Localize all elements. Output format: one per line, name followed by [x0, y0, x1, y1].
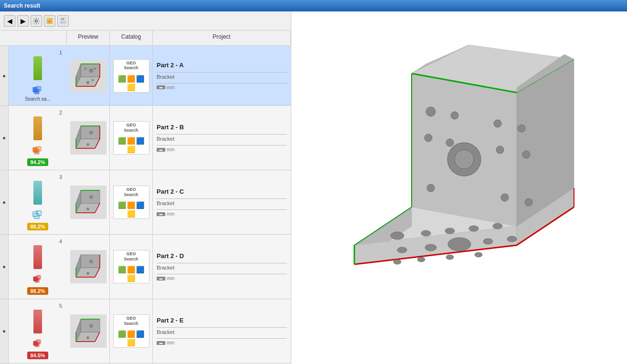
svg-point-69: [86, 336, 89, 339]
rank-icon: [32, 209, 43, 221]
expand-arrow: ●: [2, 328, 6, 334]
catalog-cell-2: GEOSearch 🟩 🟧 🟦 🟨: [110, 106, 153, 170]
catalog-cell-3: GEOSearch 🟩 🟧 🟦 🟨: [110, 170, 153, 234]
forward-button[interactable]: ▶: [17, 15, 29, 27]
header-catalog: Catalog: [110, 31, 153, 45]
settings-button[interactable]: [31, 15, 42, 27]
divider: [157, 274, 287, 274]
unit-text: mm: [167, 276, 175, 281]
row-expand-1[interactable]: ●: [0, 46, 9, 105]
unit-icon: ▬: [157, 85, 165, 89]
project-cell-2: Part 2 - B Bracket ▬ mm: [153, 106, 291, 170]
rank-top: 2: [11, 110, 64, 115]
svg-point-70: [89, 324, 93, 328]
unit-text: mm: [167, 211, 175, 217]
svg-rect-61: [35, 343, 39, 347]
preview-image-5: [70, 314, 106, 348]
rank-label: Search sa...: [25, 96, 50, 102]
table-row[interactable]: ● 5: [0, 299, 291, 364]
back-button[interactable]: ◀: [4, 15, 15, 27]
favorite-button[interactable]: ★: [44, 15, 55, 27]
rank-cell-4: 4 88.2%: [0, 235, 67, 299]
rank-cell-5: 5 84.5%: [0, 299, 67, 363]
svg-rect-4: [61, 18, 64, 20]
rank-bar: [33, 116, 42, 140]
rank-icon: [32, 85, 43, 96]
svg-point-18: [92, 79, 94, 81]
table-row[interactable]: ● 4: [0, 235, 291, 299]
table-row[interactable]: ● 1: [0, 46, 291, 106]
preview-cell-4: [67, 235, 110, 299]
divider: [157, 327, 287, 328]
unit-text: mm: [167, 147, 175, 152]
svg-point-0: [35, 20, 38, 22]
row-expand-3[interactable]: ●: [0, 170, 9, 234]
svg-point-102: [426, 107, 436, 116]
header-project: Project: [153, 31, 291, 45]
results-list: ● 1: [0, 46, 291, 364]
svg-point-20: [85, 68, 86, 70]
divider: [157, 72, 287, 73]
project-cell-5: Part 2 - E Bracket ▬ mm: [153, 299, 291, 363]
project-cell-4: Part 2 - D Bracket ▬ mm: [153, 235, 291, 299]
unit-text: mm: [167, 85, 175, 90]
project-subtitle-3: Bracket: [157, 200, 287, 206]
project-title-2: Part 2 - B: [157, 124, 287, 131]
rank-badge-5: 84.5%: [27, 352, 48, 359]
rank-content: 1 Search sa...: [11, 48, 65, 104]
project-title-5: Part 2 - E: [157, 317, 287, 324]
divider: [157, 134, 287, 135]
svg-point-33: [86, 143, 89, 146]
main-window: Search result ◀ ▶ ★: [0, 0, 627, 364]
preview-cell-1: [67, 46, 110, 105]
row-expand-5[interactable]: ●: [0, 299, 9, 363]
rank-top: 5: [11, 303, 64, 309]
svg-point-106: [425, 134, 432, 142]
rank-bar: [33, 56, 42, 80]
row-expand-4[interactable]: ●: [0, 235, 9, 299]
unit-icon: ▬: [157, 212, 165, 216]
catalog-cell-5: GEOSearch 🟩 🟧 🟦 🟨: [110, 299, 153, 363]
catalog-box-4: GEOSearch 🟩 🟧 🟦 🟨: [113, 250, 149, 283]
table-row[interactable]: ● 3: [0, 170, 291, 235]
svg-point-107: [446, 139, 454, 146]
save-button[interactable]: [57, 15, 69, 27]
svg-rect-37: [34, 214, 39, 218]
preview-cell-3: [67, 170, 110, 234]
expand-arrow: ●: [2, 199, 6, 206]
svg-point-45: [86, 208, 89, 210]
rank-badge-3: 89.2%: [27, 223, 48, 230]
project-unit-1: ▬ mm: [157, 85, 287, 90]
preview-image-3: [70, 186, 106, 219]
table-row[interactable]: ● 2: [0, 106, 291, 170]
rank-cell-1: 1 Search sa...: [0, 46, 67, 105]
unit-icon: ▬: [157, 148, 165, 152]
svg-point-90: [493, 223, 502, 229]
project-unit-5: ▬ mm: [157, 340, 287, 345]
row-expand-2[interactable]: ●: [0, 106, 9, 170]
rank-number: 1: [59, 50, 62, 55]
svg-point-93: [448, 238, 471, 251]
preview-image-4: [70, 250, 106, 283]
catalog-icons: 🟩 🟧 🟦 🟨: [115, 137, 148, 153]
svg-point-99: [475, 252, 482, 257]
rank-cell-2: 2 94.2%: [0, 106, 67, 170]
preview-cell-5: [67, 299, 110, 363]
svg-point-58: [89, 260, 93, 263]
svg-text:★: ★: [48, 19, 52, 24]
project-subtitle-1: Bracket: [157, 74, 287, 80]
expand-arrow: ●: [2, 135, 6, 141]
preview-image-1: [70, 59, 106, 93]
svg-rect-24: [34, 149, 39, 154]
rank-number: 2: [59, 110, 62, 115]
rank-content: 5 84.5%: [11, 301, 65, 361]
preview-cell-2: [67, 106, 110, 170]
svg-rect-8: [34, 89, 39, 94]
rank-icon: [32, 274, 43, 285]
divider: [157, 338, 287, 339]
svg-point-98: [446, 255, 454, 260]
catalog-icons: 🟩 🟧 🟦 🟨: [115, 201, 148, 218]
svg-point-92: [425, 244, 436, 251]
project-title-4: Part 2 - D: [157, 252, 287, 260]
svg-point-21: [94, 68, 96, 70]
